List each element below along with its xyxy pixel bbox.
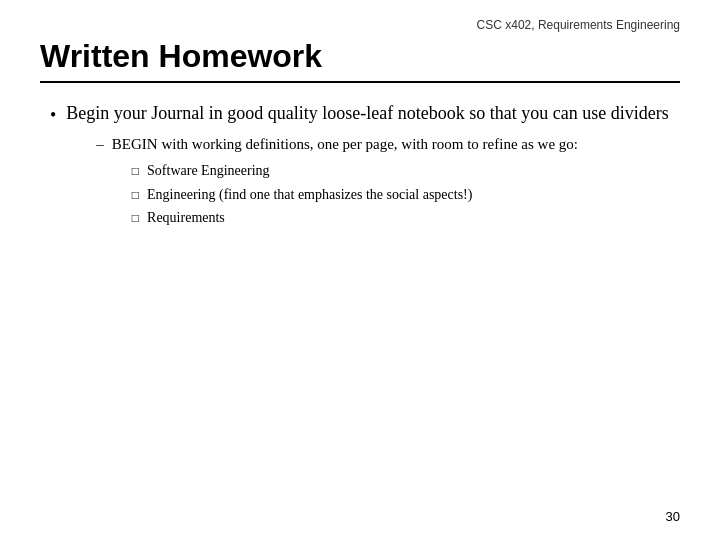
sub-sub-list: □ Software Engineering □ Engineering (fi… [132,161,578,228]
sub-sub-item-1: □ Software Engineering [132,161,578,181]
sub-sub-bullet-2: □ [132,187,139,204]
sub-sub-text-3: Requirements [147,208,225,228]
page-number: 30 [666,509,680,524]
sub-sub-bullet-3: □ [132,210,139,227]
slide-title: Written Homework [40,38,680,75]
sub-item: – BEGIN with working definitions, one pe… [96,134,668,232]
sub-sub-text-2: Engineering (find one that emphasizes th… [147,185,472,205]
main-bullet-text: Begin your Journal in good quality loose… [66,103,668,123]
bullet-dot: • [50,103,56,128]
sub-item-text: BEGIN with working definitions, one per … [112,136,578,152]
sub-dash: – [96,134,104,155]
main-content: • Begin your Journal in good quality loo… [40,101,680,238]
sub-sub-text-1: Software Engineering [147,161,269,181]
slide: CSC x402, Requirements Engineering Writt… [0,0,720,540]
divider [40,81,680,83]
main-bullet: • Begin your Journal in good quality loo… [50,101,680,238]
sub-sub-item-2: □ Engineering (find one that emphasizes … [132,185,578,205]
sub-list: – BEGIN with working definitions, one pe… [96,134,668,232]
sub-sub-bullet-1: □ [132,163,139,180]
header: CSC x402, Requirements Engineering [40,18,680,32]
course-title: CSC x402, Requirements Engineering [477,18,680,32]
sub-sub-item-3: □ Requirements [132,208,578,228]
